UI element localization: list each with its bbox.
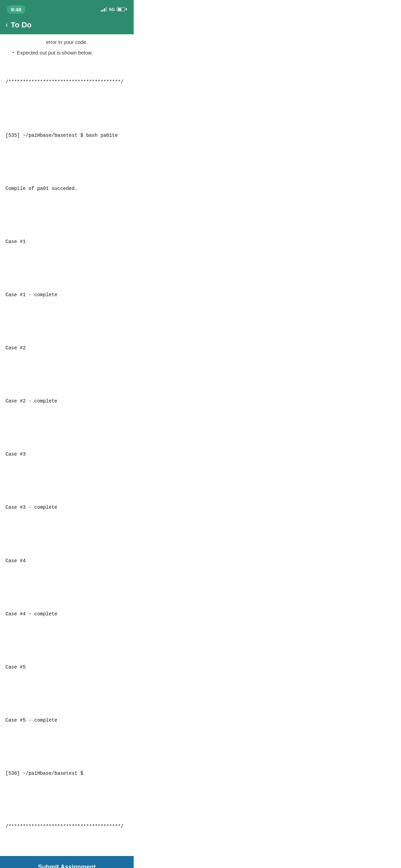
intro-section: error in your code. [5, 38, 128, 46]
status-icons: 5G [101, 7, 127, 12]
case-1: Case #1 [5, 238, 128, 246]
blank-13 [5, 796, 128, 805]
page-title: To Do [11, 21, 32, 29]
divider-2: /***************************************… [5, 822, 128, 831]
blank-5 [5, 371, 128, 379]
status-bar: 9:48 5G [0, 0, 134, 17]
back-button[interactable]: ‹ [5, 21, 8, 29]
bullet-item: ● Expected out put is shown below. [5, 49, 128, 57]
blank-6 [5, 424, 128, 432]
blank-8 [5, 530, 128, 539]
content-scroll: error in your code. ● Expected out put i… [5, 38, 128, 852]
blank-3 [5, 264, 128, 273]
case-2-complete: Case #2 - complete [5, 397, 128, 406]
blank-4 [5, 317, 128, 326]
blank-9 [5, 583, 128, 592]
network-type: 5G [109, 7, 115, 12]
intro-line1: error in your code. [5, 38, 128, 46]
submit-button[interactable]: Submit Assignment [5, 862, 128, 868]
main-content: error in your code. ● Expected out put i… [0, 34, 134, 856]
bullet-text: Expected out put is shown below. [17, 49, 93, 57]
terminal-line-2: [536] ~/pa1Hbase/basetest $ [5, 769, 128, 778]
compile-line: Compile of pa01 succeded. [5, 184, 128, 193]
case-4: Case #4 [5, 557, 128, 565]
case-3-complete: Case #3 - complete [5, 503, 128, 512]
bullet-dot: ● [12, 51, 14, 57]
blank-12 [5, 743, 128, 751]
blank-10 [5, 636, 128, 645]
terminal-cmd: [535] ~/pa1Hbase/basetest $ bash pa01te [5, 131, 128, 140]
divider-1: /***************************************… [5, 78, 128, 86]
blank-2 [5, 211, 128, 219]
status-time: 9:48 [7, 5, 25, 14]
case-1-complete: Case #1 - complete [5, 291, 128, 299]
battery-icon [117, 7, 127, 11]
terminal-line-1 [5, 105, 128, 113]
blank-1 [5, 158, 128, 166]
case-3: Case #3 [5, 450, 128, 459]
case-2: Case #2 [5, 344, 128, 352]
blank-11 [5, 689, 128, 698]
case-5-complete: Case #5 - complete [5, 716, 128, 725]
signal-icon [101, 7, 107, 12]
case-5: Case #5 [5, 663, 128, 672]
case-4-complete: Case #4 - complete [5, 610, 128, 618]
submit-section: Submit Assignment [0, 856, 134, 868]
nav-header: ‹ To Do [0, 17, 134, 34]
blank-7 [5, 477, 128, 485]
code-block: /***************************************… [5, 58, 128, 852]
